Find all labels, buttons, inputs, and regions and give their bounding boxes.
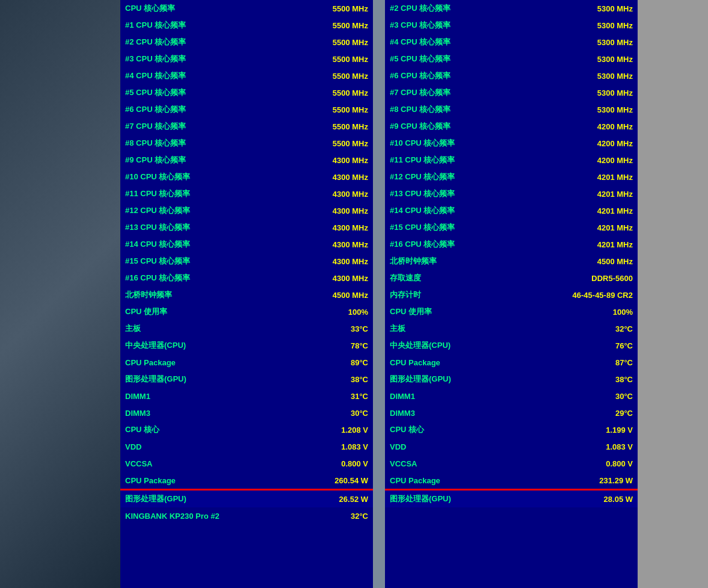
row-value: 5300 MHz — [597, 105, 633, 114]
row-label: VDD — [390, 442, 406, 451]
row-value: 231.29 W — [599, 476, 633, 485]
row-value: 4300 MHz — [333, 274, 368, 283]
data-row: 主板33°C — [120, 320, 373, 337]
row-label: 中央处理器(CPU) — [390, 340, 451, 351]
row-value: 76°C — [615, 341, 633, 350]
data-row: 图形处理器(GPU)38°C — [385, 371, 638, 388]
data-row: #5 CPU 核心频率5300 MHz — [385, 51, 638, 67]
row-label: DIMM1 — [125, 392, 150, 401]
row-label: #9 CPU 核心频率 — [390, 121, 451, 132]
data-row: #4 CPU 核心频率5300 MHz — [385, 34, 638, 51]
row-label: DIMM1 — [390, 392, 415, 401]
row-value: 0.800 V — [606, 459, 633, 468]
data-row: 内存计时46-45-45-89 CR2 — [385, 286, 638, 303]
row-value: 46-45-45-89 CR2 — [573, 291, 633, 300]
row-label: KINGBANK KP230 Pro #2 — [125, 512, 220, 521]
row-value: 5300 MHz — [597, 21, 633, 30]
data-row: #3 CPU 核心频率5500 MHz — [120, 51, 373, 67]
row-label: #12 CPU 核心频率 — [125, 205, 190, 216]
row-label: #6 CPU 核心频率 — [390, 70, 451, 81]
row-label: CPU Package — [125, 358, 176, 367]
row-value: 5300 MHz — [597, 4, 633, 13]
data-row: DIMM130°C — [385, 388, 638, 404]
row-value: 4200 MHz — [597, 156, 633, 165]
row-label: 主板 — [390, 323, 405, 334]
data-row: CPU 核心频率5500 MHz — [120, 0, 373, 17]
data-row: #13 CPU 核心频率4300 MHz — [120, 219, 373, 236]
row-label: VCCSA — [390, 459, 417, 468]
data-row: CPU Package89°C — [120, 354, 373, 371]
data-row: VCCSA0.800 V — [120, 455, 373, 472]
row-label: 图形处理器(GPU) — [390, 494, 451, 504]
row-label: #5 CPU 核心频率 — [390, 54, 451, 64]
data-row: DIMM330°C — [120, 404, 373, 421]
row-value: 4300 MHz — [333, 257, 368, 266]
data-row: #6 CPU 核心频率5500 MHz — [120, 101, 373, 118]
row-value: 4300 MHz — [333, 223, 368, 232]
row-label: #10 CPU 核心频率 — [390, 138, 455, 149]
row-label: VDD — [125, 442, 141, 451]
panel-divider — [379, 0, 385, 588]
row-value: 87°C — [615, 358, 633, 367]
row-label: #13 CPU 核心频率 — [390, 188, 455, 199]
row-label: 主板 — [125, 323, 141, 334]
data-row: #10 CPU 核心频率4200 MHz — [385, 135, 638, 152]
data-row: #1 CPU 核心频率5500 MHz — [120, 17, 373, 34]
data-row: #10 CPU 核心频率4300 MHz — [120, 169, 373, 185]
row-label: #12 CPU 核心频率 — [390, 172, 455, 182]
data-row: #14 CPU 核心频率4201 MHz — [385, 202, 638, 219]
row-value: 4201 MHz — [597, 240, 633, 249]
row-value: 4200 MHz — [597, 122, 633, 131]
row-label: #4 CPU 核心频率 — [125, 70, 186, 81]
row-value: 4201 MHz — [597, 173, 633, 182]
row-value: 1.199 V — [606, 426, 633, 435]
row-value: 4300 MHz — [333, 190, 368, 199]
row-value: 28.05 W — [604, 495, 633, 504]
row-label: CPU Package — [390, 476, 440, 485]
row-label: CPU 使用率 — [125, 306, 167, 317]
data-row: #6 CPU 核心频率5300 MHz — [385, 67, 638, 84]
row-label: 存取速度 — [390, 273, 421, 283]
row-value: 5300 MHz — [597, 55, 633, 64]
row-value: 4500 MHz — [597, 257, 633, 266]
row-value: 5500 MHz — [333, 55, 368, 64]
data-row: CPU 核心1.199 V — [385, 421, 638, 438]
data-row: #2 CPU 核心频率5500 MHz — [120, 34, 373, 51]
data-row: #9 CPU 核心频率4200 MHz — [385, 118, 638, 135]
row-label: #8 CPU 核心频率 — [125, 138, 186, 149]
data-row: DIMM329°C — [385, 404, 638, 421]
row-value: 0.800 V — [341, 459, 368, 468]
row-value: 4500 MHz — [333, 291, 368, 300]
row-value: 5500 MHz — [333, 122, 368, 131]
row-label: CPU 核心 — [390, 424, 424, 435]
data-row: CPU 核心1.208 V — [120, 421, 373, 438]
row-value: 5500 MHz — [333, 4, 368, 13]
row-value: 4201 MHz — [597, 223, 633, 232]
row-label: #2 CPU 核心频率 — [125, 37, 186, 48]
data-row: #13 CPU 核心频率4201 MHz — [385, 185, 638, 202]
row-label: #6 CPU 核心频率 — [125, 104, 186, 115]
row-label: #1 CPU 核心频率 — [125, 20, 186, 31]
data-row: KINGBANK KP230 Pro #232°C — [120, 507, 373, 524]
row-value: 5500 MHz — [333, 21, 368, 30]
data-row: 中央处理器(CPU)76°C — [385, 337, 638, 354]
row-value: 4300 MHz — [333, 206, 368, 215]
row-value: 5500 MHz — [333, 139, 368, 148]
row-value: 260.54 W — [334, 476, 368, 485]
data-row: #12 CPU 核心频率4300 MHz — [120, 202, 373, 219]
data-row: #4 CPU 核心频率5500 MHz — [120, 67, 373, 84]
row-value: 30°C — [351, 409, 368, 418]
row-label: #11 CPU 核心频率 — [390, 155, 455, 166]
data-row: 北桥时钟频率4500 MHz — [120, 286, 373, 303]
data-row: CPU Package260.54 W — [120, 472, 373, 489]
row-label: CPU Package — [390, 358, 440, 367]
row-label: #3 CPU 核心频率 — [125, 54, 186, 64]
row-label: CPU Package — [125, 476, 176, 485]
row-value: 1.083 V — [341, 442, 368, 451]
row-label: #10 CPU 核心频率 — [125, 172, 190, 182]
row-label: 北桥时钟频率 — [390, 256, 437, 267]
row-value: 78°C — [351, 341, 368, 350]
row-value: 33°C — [351, 324, 368, 333]
row-value: 5300 MHz — [597, 88, 633, 97]
row-label: #7 CPU 核心频率 — [125, 121, 186, 132]
